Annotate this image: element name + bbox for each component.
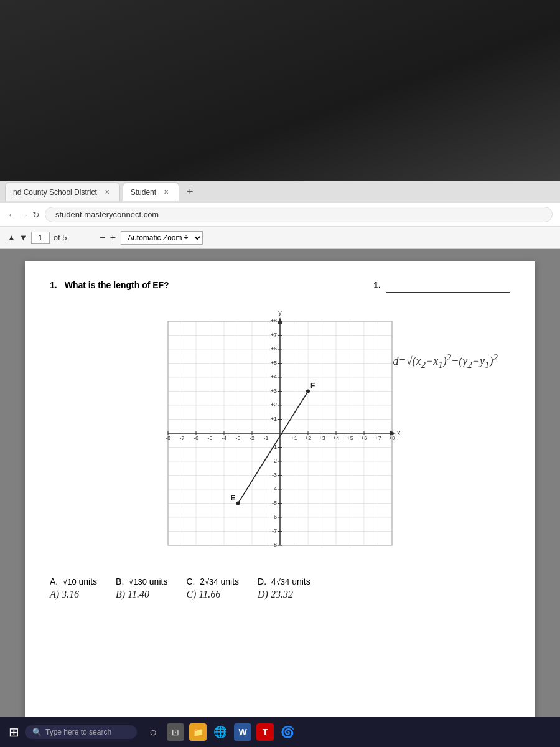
- graph-container: d=√(x2−x1)2+(y2−y1)2: [50, 303, 510, 564]
- question-number: 1.: [50, 280, 57, 290]
- nav-arrow-down[interactable]: ▼: [19, 233, 27, 242]
- zoom-out-button[interactable]: −: [99, 232, 105, 243]
- forward-icon[interactable]: →: [20, 210, 29, 220]
- tab-student-close[interactable]: ✕: [161, 187, 171, 197]
- url-field[interactable]: student.masteryconnect.com: [45, 207, 553, 222]
- taskbar: ⊞ 🔍 Type here to search ○ ⊡ 📁 🌐 W T 🌀: [0, 717, 560, 747]
- search-icon: 🔍: [32, 728, 42, 736]
- tab-county[interactable]: nd County School District ✕: [5, 182, 120, 201]
- page-of-label: of 5: [54, 233, 67, 242]
- choice-a[interactable]: A. √10 units A) 3.16: [50, 576, 97, 600]
- page-number-input[interactable]: [31, 232, 50, 244]
- tab-student-label: Student: [131, 188, 156, 197]
- choice-b[interactable]: B. √130 units B) 11.40: [116, 576, 167, 600]
- choice-d-handwritten: D) 23.32: [258, 589, 293, 600]
- pdf-page: 1. What is the length of EF? 1. d=√(x2−x…: [25, 261, 535, 735]
- zoom-select[interactable]: Automatic Zoom ÷ 50% 75% 100% 125% 150%: [121, 231, 203, 245]
- question-header: 1. What is the length of EF? 1.: [50, 280, 510, 293]
- coordinate-graph: [149, 303, 411, 564]
- taskbar-files-icon[interactable]: ⊡: [167, 723, 184, 741]
- zoom-in-button[interactable]: +: [110, 232, 116, 243]
- browser-chrome: nd County School District ✕ Student ✕ + …: [0, 181, 560, 249]
- answer-line: [386, 280, 510, 293]
- taskbar-word-icon[interactable]: W: [234, 723, 251, 741]
- tab-county-close[interactable]: ✕: [102, 187, 112, 197]
- tab-county-label: nd County School District: [13, 188, 97, 197]
- choice-b-handwritten: B) 11.40: [116, 589, 149, 600]
- taskbar-circle-icon[interactable]: ○: [144, 723, 162, 741]
- choice-c-label: C. 2√34 units: [186, 576, 239, 586]
- choice-a-label: A. √10 units: [50, 576, 97, 586]
- choice-d[interactable]: D. 4√34 units D) 23.32: [258, 576, 310, 600]
- taskbar-t-icon[interactable]: T: [256, 723, 274, 741]
- choice-b-label: B. √130 units: [116, 576, 167, 586]
- taskbar-search[interactable]: 🔍 Type here to search: [25, 725, 137, 739]
- tab-bar: nd County School District ✕ Student ✕ +: [0, 181, 560, 203]
- pdf-toolbar: ▲ ▼ of 5 − + Automatic Zoom ÷ 50% 75% 10…: [0, 227, 560, 249]
- address-bar: ← → ↻ student.masteryconnect.com: [0, 203, 560, 227]
- background-top: [0, 0, 560, 181]
- nav-arrow-up[interactable]: ▲: [7, 233, 16, 242]
- windows-start-button[interactable]: ⊞: [5, 723, 22, 741]
- pdf-controls: − + Automatic Zoom ÷ 50% 75% 100% 125% 1…: [99, 231, 203, 245]
- choice-a-handwritten: A) 3.16: [50, 589, 79, 600]
- choice-c-handwritten: C) 11.66: [186, 589, 220, 600]
- pdf-content: 1. What is the length of EF? 1. d=√(x2−x…: [0, 249, 560, 747]
- graph-wrapper: [149, 303, 411, 564]
- new-tab-button[interactable]: +: [182, 186, 198, 199]
- nav-icons: ← → ↻: [7, 210, 40, 220]
- answer-line-area: 1.: [373, 280, 510, 293]
- choice-c[interactable]: C. 2√34 units C) 11.66: [186, 576, 239, 600]
- page-nav: ▲ ▼ of 5: [7, 232, 67, 244]
- taskbar-edge-icon[interactable]: 🌀: [279, 723, 296, 741]
- taskbar-search-text: Type here to search: [45, 728, 111, 736]
- taskbar-chrome-icon[interactable]: 🌐: [212, 723, 229, 741]
- tab-student[interactable]: Student ✕: [123, 182, 179, 201]
- taskbar-folder-icon[interactable]: 📁: [189, 723, 207, 741]
- question-text: What is the length of EF?: [65, 280, 374, 290]
- answer-choices: A. √10 units A) 3.16 B. √130 units B) 11…: [50, 576, 510, 600]
- choice-d-label: D. 4√34 units: [258, 576, 310, 586]
- reload-icon[interactable]: ↻: [32, 210, 40, 220]
- taskbar-app-icons: ○ ⊡ 📁 🌐 W T 🌀: [144, 723, 296, 741]
- formula-annotation: d=√(x2−x1)2+(y2−y1)2: [393, 352, 498, 370]
- answer-label: 1.: [373, 280, 381, 290]
- back-icon[interactable]: ←: [7, 210, 16, 220]
- url-text: student.masteryconnect.com: [55, 210, 159, 219]
